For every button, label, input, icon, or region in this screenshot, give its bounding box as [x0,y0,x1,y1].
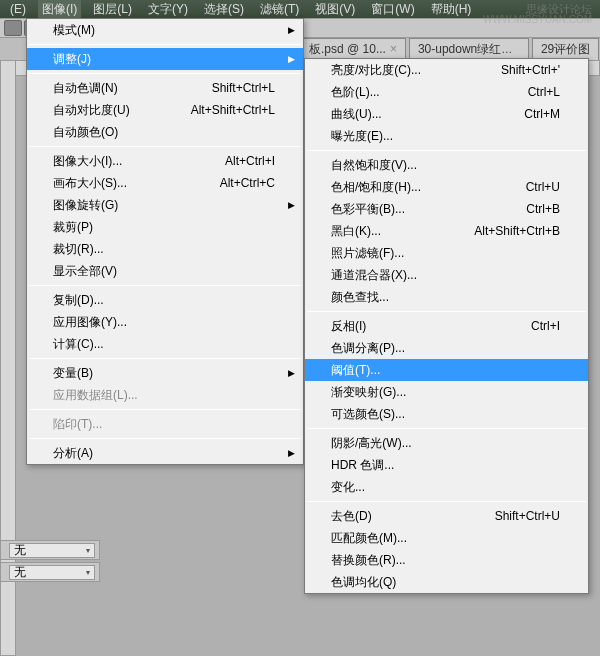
image-menu-item[interactable]: 模式(M)▶ [27,19,303,41]
side-panel: 无▾ 无▾ [0,540,100,584]
adjustments-item[interactable]: 匹配颜色(M)... [305,527,588,549]
menu-item-label: 陷印(T)... [53,416,275,433]
adjustments-item[interactable]: 颜色查找... [305,286,588,308]
menu-window[interactable]: 窗口(W) [367,0,418,19]
image-menu-item[interactable]: 图像大小(I)...Alt+Ctrl+I [27,150,303,172]
menu-item-label: 去色(D) [331,508,485,525]
menu-select[interactable]: 选择(S) [200,0,248,19]
menu-separator [29,409,301,410]
dropdown[interactable]: 无▾ [9,565,95,580]
adjustments-item[interactable]: 色调均化(Q) [305,571,588,593]
document-tab[interactable]: 30-updown绿红黄色.psd× [409,38,529,60]
menu-item-label: 反相(I) [331,318,521,335]
menu-item-label: 色调分离(P)... [331,340,560,357]
close-icon[interactable]: × [390,42,397,56]
menu-item-label: 阴影/高光(W)... [331,435,560,452]
shortcut-label: Alt+Ctrl+I [225,154,275,168]
menu-layer[interactable]: 图层(L) [89,0,136,19]
image-menu-item[interactable]: 应用图像(Y)... [27,311,303,333]
menu-item-label: 曲线(U)... [331,106,514,123]
image-menu-item[interactable]: 自动颜色(O) [27,121,303,143]
dropdown-value: 无 [14,542,26,559]
menu-separator [307,150,586,151]
menu-item-label: 应用数据组(L)... [53,387,275,404]
image-menu-item[interactable]: 变量(B)▶ [27,362,303,384]
image-menu-item[interactable]: 调整(J)▶ [27,48,303,70]
menu-edit[interactable]: (E) [6,1,30,17]
image-menu-item[interactable]: 画布大小(S)...Alt+Ctrl+C [27,172,303,194]
image-menu-item[interactable]: 显示全部(V) [27,260,303,282]
tab-label: 30-updown绿红黄色.psd [418,42,529,56]
adjustments-item[interactable]: 渐变映射(G)... [305,381,588,403]
menu-separator [29,285,301,286]
submenu-arrow-icon: ▶ [288,25,295,35]
adjustments-item[interactable]: 通道混合器(X)... [305,264,588,286]
submenu-arrow-icon: ▶ [288,54,295,64]
adjustments-item[interactable]: 色相/饱和度(H)...Ctrl+U [305,176,588,198]
dropdown[interactable]: 无▾ [9,543,95,558]
image-menu-item[interactable]: 自动色调(N)Shift+Ctrl+L [27,77,303,99]
image-menu-item[interactable]: 裁剪(P) [27,216,303,238]
panel-row: 无▾ [0,562,100,582]
adjustments-submenu: 亮度/对比度(C)...Shift+Ctrl+'色阶(L)...Ctrl+L曲线… [304,58,589,594]
tool-icon[interactable] [4,20,22,36]
menu-separator [307,428,586,429]
menu-view[interactable]: 视图(V) [311,0,359,19]
adjustments-item[interactable]: 阴影/高光(W)... [305,432,588,454]
menu-item-label: 应用图像(Y)... [53,314,275,331]
menu-item-label: 色阶(L)... [331,84,518,101]
shortcut-label: Ctrl+M [524,107,560,121]
adjustments-item[interactable]: 阈值(T)... [305,359,588,381]
menu-separator [29,358,301,359]
adjustments-item[interactable]: 自然饱和度(V)... [305,154,588,176]
adjustments-item[interactable]: 曝光度(E)... [305,125,588,147]
menu-item-label: 黑白(K)... [331,223,464,240]
adjustments-item[interactable]: 去色(D)Shift+Ctrl+U [305,505,588,527]
image-menu-item[interactable]: 计算(C)... [27,333,303,355]
document-tab[interactable]: 板.psd @ 10...× [300,38,406,60]
adjustments-item[interactable]: 黑白(K)...Alt+Shift+Ctrl+B [305,220,588,242]
chevron-down-icon: ▾ [86,568,90,577]
submenu-arrow-icon: ▶ [288,200,295,210]
adjustments-item[interactable]: 可选颜色(S)... [305,403,588,425]
adjustments-item[interactable]: 色阶(L)...Ctrl+L [305,81,588,103]
image-menu-item[interactable]: 图像旋转(G)▶ [27,194,303,216]
menu-filter[interactable]: 滤镜(T) [256,0,303,19]
adjustments-item[interactable]: 替换颜色(R)... [305,549,588,571]
menu-help[interactable]: 帮助(H) [427,0,476,19]
shortcut-label: Alt+Ctrl+C [220,176,275,190]
menu-item-label: 颜色查找... [331,289,560,306]
document-tab[interactable]: 29评价图 [532,38,599,60]
menu-item-label: 变化... [331,479,560,496]
adjustments-item[interactable]: 曲线(U)...Ctrl+M [305,103,588,125]
image-menu-item[interactable]: 裁切(R)... [27,238,303,260]
tab-label: 29评价图 [541,42,590,56]
menu-text[interactable]: 文字(Y) [144,0,192,19]
adjustments-item[interactable]: 变化... [305,476,588,498]
adjustments-item[interactable]: 色调分离(P)... [305,337,588,359]
image-menu-item[interactable]: 分析(A)▶ [27,442,303,464]
menu-item-label: 色相/饱和度(H)... [331,179,516,196]
menu-item-label: 色彩平衡(B)... [331,201,516,218]
menu-item-label: 替换颜色(R)... [331,552,560,569]
menu-image[interactable]: 图像(I) [38,0,81,19]
menu-item-label: 模式(M) [53,22,275,39]
menu-item-label: 裁剪(P) [53,219,275,236]
shortcut-label: Alt+Shift+Ctrl+B [474,224,560,238]
image-menu-item[interactable]: 自动对比度(U)Alt+Shift+Ctrl+L [27,99,303,121]
shortcut-label: Shift+Ctrl+L [212,81,275,95]
adjustments-item[interactable]: 反相(I)Ctrl+I [305,315,588,337]
adjustments-item[interactable]: 照片滤镜(F)... [305,242,588,264]
menu-separator [307,311,586,312]
adjustments-item[interactable]: HDR 色调... [305,454,588,476]
adjustments-item[interactable]: 色彩平衡(B)...Ctrl+B [305,198,588,220]
adjustments-item[interactable]: 亮度/对比度(C)...Shift+Ctrl+' [305,59,588,81]
image-menu: 模式(M)▶调整(J)▶自动色调(N)Shift+Ctrl+L自动对比度(U)A… [26,18,304,465]
dropdown-value: 无 [14,564,26,581]
menu-item-label: 图像旋转(G) [53,197,275,214]
image-menu-item[interactable]: 复制(D)... [27,289,303,311]
shortcut-label: Ctrl+I [531,319,560,333]
menu-item-label: 变量(B) [53,365,275,382]
menu-separator [307,501,586,502]
shortcut-label: Ctrl+L [528,85,560,99]
